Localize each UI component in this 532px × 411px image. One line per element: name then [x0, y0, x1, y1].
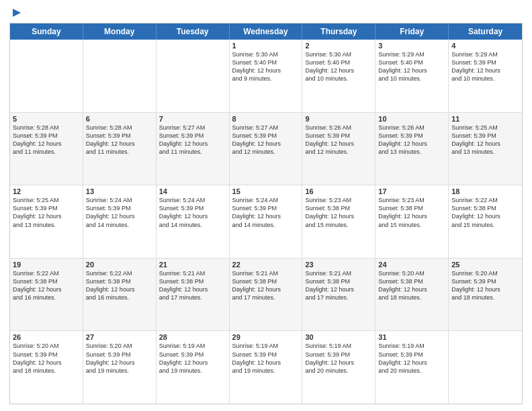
calendar-cell: 21Sunrise: 5:21 AM Sunset: 5:38 PM Dayli… — [157, 259, 230, 331]
header — [9, 7, 523, 19]
day-info: Sunrise: 5:28 AM Sunset: 5:39 PM Dayligh… — [86, 124, 153, 156]
header-day: Friday — [375, 24, 449, 40]
calendar-cell — [10, 40, 83, 112]
calendar-cell: 1Sunrise: 5:30 AM Sunset: 5:40 PM Daylig… — [230, 40, 303, 112]
calendar-cell: 6Sunrise: 5:28 AM Sunset: 5:39 PM Daylig… — [83, 113, 157, 185]
calendar-cell: 31Sunrise: 5:19 AM Sunset: 5:39 PM Dayli… — [375, 331, 449, 404]
calendar-cell: 18Sunrise: 5:22 AM Sunset: 5:38 PM Dayli… — [449, 185, 522, 258]
header-day: Thursday — [302, 24, 375, 40]
calendar-cell: 13Sunrise: 5:24 AM Sunset: 5:39 PM Dayli… — [83, 185, 157, 258]
calendar-cell: 25Sunrise: 5:20 AM Sunset: 5:39 PM Dayli… — [449, 259, 522, 331]
day-info: Sunrise: 5:30 AM Sunset: 5:40 PM Dayligh… — [232, 50, 300, 83]
day-number: 25 — [451, 261, 519, 269]
header-day: Tuesday — [157, 24, 230, 40]
day-info: Sunrise: 5:30 AM Sunset: 5:40 PM Dayligh… — [305, 50, 372, 83]
day-number: 29 — [232, 333, 300, 341]
day-info: Sunrise: 5:19 AM Sunset: 5:39 PM Dayligh… — [305, 342, 372, 375]
calendar-row: 5Sunrise: 5:28 AM Sunset: 5:39 PM Daylig… — [10, 112, 522, 185]
calendar-cell: 2Sunrise: 5:30 AM Sunset: 5:40 PM Daylig… — [302, 40, 375, 112]
header-day: Sunday — [10, 24, 83, 40]
calendar-cell: 19Sunrise: 5:22 AM Sunset: 5:38 PM Dayli… — [10, 259, 83, 331]
calendar-cell: 26Sunrise: 5:20 AM Sunset: 5:39 PM Dayli… — [10, 331, 83, 404]
day-info: Sunrise: 5:25 AM Sunset: 5:39 PM Dayligh… — [451, 124, 519, 156]
calendar-cell: 7Sunrise: 5:27 AM Sunset: 5:39 PM Daylig… — [157, 113, 230, 185]
day-info: Sunrise: 5:27 AM Sunset: 5:39 PM Dayligh… — [232, 124, 300, 156]
calendar-cell: 24Sunrise: 5:20 AM Sunset: 5:38 PM Dayli… — [375, 259, 449, 331]
day-number: 27 — [86, 333, 153, 341]
day-number: 11 — [451, 115, 519, 123]
calendar-cell: 20Sunrise: 5:22 AM Sunset: 5:38 PM Dayli… — [83, 259, 157, 331]
day-info: Sunrise: 5:21 AM Sunset: 5:38 PM Dayligh… — [305, 269, 372, 302]
day-info: Sunrise: 5:19 AM Sunset: 5:39 PM Dayligh… — [232, 342, 300, 375]
day-info: Sunrise: 5:19 AM Sunset: 5:39 PM Dayligh… — [159, 342, 226, 375]
calendar-cell: 28Sunrise: 5:19 AM Sunset: 5:39 PM Dayli… — [157, 331, 230, 404]
calendar-cell — [449, 331, 522, 404]
day-number: 19 — [13, 261, 80, 269]
logo — [9, 7, 23, 19]
day-number: 12 — [13, 187, 80, 195]
day-number: 17 — [378, 187, 445, 195]
day-info: Sunrise: 5:22 AM Sunset: 5:38 PM Dayligh… — [451, 196, 519, 229]
day-number: 4 — [451, 42, 519, 50]
calendar-cell: 8Sunrise: 5:27 AM Sunset: 5:39 PM Daylig… — [230, 113, 303, 185]
day-number: 8 — [232, 115, 300, 123]
day-info: Sunrise: 5:28 AM Sunset: 5:39 PM Dayligh… — [13, 124, 80, 156]
day-number: 9 — [305, 115, 372, 123]
calendar-cell — [157, 40, 230, 112]
calendar-cell: 16Sunrise: 5:23 AM Sunset: 5:38 PM Dayli… — [302, 185, 375, 258]
calendar-cell: 29Sunrise: 5:19 AM Sunset: 5:39 PM Dayli… — [230, 331, 303, 404]
day-info: Sunrise: 5:22 AM Sunset: 5:38 PM Dayligh… — [86, 269, 153, 302]
day-info: Sunrise: 5:24 AM Sunset: 5:39 PM Dayligh… — [159, 196, 226, 229]
day-info: Sunrise: 5:21 AM Sunset: 5:38 PM Dayligh… — [159, 269, 226, 302]
day-info: Sunrise: 5:25 AM Sunset: 5:39 PM Dayligh… — [13, 196, 80, 229]
calendar-header: SundayMondayTuesdayWednesdayThursdayFrid… — [10, 24, 522, 40]
calendar-cell: 11Sunrise: 5:25 AM Sunset: 5:39 PM Dayli… — [449, 113, 522, 185]
page: SundayMondayTuesdayWednesdayThursdayFrid… — [0, 0, 532, 411]
day-info: Sunrise: 5:23 AM Sunset: 5:38 PM Dayligh… — [378, 196, 445, 229]
day-number: 23 — [305, 261, 372, 269]
day-info: Sunrise: 5:20 AM Sunset: 5:38 PM Dayligh… — [378, 269, 445, 302]
day-number: 3 — [378, 42, 445, 50]
day-number: 13 — [86, 187, 153, 195]
day-info: Sunrise: 5:29 AM Sunset: 5:39 PM Dayligh… — [451, 50, 519, 83]
day-number: 2 — [305, 42, 372, 50]
day-info: Sunrise: 5:26 AM Sunset: 5:39 PM Dayligh… — [378, 124, 445, 156]
day-number: 18 — [451, 187, 519, 195]
day-info: Sunrise: 5:20 AM Sunset: 5:39 PM Dayligh… — [13, 342, 80, 375]
day-number: 20 — [86, 261, 153, 269]
day-info: Sunrise: 5:26 AM Sunset: 5:39 PM Dayligh… — [305, 124, 372, 156]
calendar-cell: 15Sunrise: 5:24 AM Sunset: 5:39 PM Dayli… — [230, 185, 303, 258]
calendar-cell: 27Sunrise: 5:20 AM Sunset: 5:39 PM Dayli… — [83, 331, 157, 404]
day-number: 5 — [13, 115, 80, 123]
calendar: SundayMondayTuesdayWednesdayThursdayFrid… — [9, 23, 523, 404]
day-number: 6 — [86, 115, 153, 123]
calendar-cell: 14Sunrise: 5:24 AM Sunset: 5:39 PM Dayli… — [157, 185, 230, 258]
day-number: 21 — [159, 261, 226, 269]
calendar-cell: 9Sunrise: 5:26 AM Sunset: 5:39 PM Daylig… — [302, 113, 375, 185]
calendar-cell: 3Sunrise: 5:29 AM Sunset: 5:40 PM Daylig… — [375, 40, 449, 112]
day-number: 31 — [378, 333, 445, 341]
svg-marker-0 — [13, 9, 21, 17]
day-info: Sunrise: 5:20 AM Sunset: 5:39 PM Dayligh… — [86, 342, 153, 375]
day-info: Sunrise: 5:20 AM Sunset: 5:39 PM Dayligh… — [451, 269, 519, 302]
calendar-cell: 4Sunrise: 5:29 AM Sunset: 5:39 PM Daylig… — [449, 40, 522, 112]
calendar-row: 1Sunrise: 5:30 AM Sunset: 5:40 PM Daylig… — [10, 40, 522, 112]
day-number: 7 — [159, 115, 226, 123]
calendar-cell: 23Sunrise: 5:21 AM Sunset: 5:38 PM Dayli… — [302, 259, 375, 331]
header-day: Monday — [83, 24, 157, 40]
day-number: 10 — [378, 115, 445, 123]
day-info: Sunrise: 5:24 AM Sunset: 5:39 PM Dayligh… — [86, 196, 153, 229]
calendar-row: 19Sunrise: 5:22 AM Sunset: 5:38 PM Dayli… — [10, 258, 522, 331]
calendar-cell: 12Sunrise: 5:25 AM Sunset: 5:39 PM Dayli… — [10, 185, 83, 258]
header-day: Saturday — [449, 24, 522, 40]
day-number: 22 — [232, 261, 300, 269]
day-info: Sunrise: 5:19 AM Sunset: 5:39 PM Dayligh… — [378, 342, 445, 375]
calendar-body: 1Sunrise: 5:30 AM Sunset: 5:40 PM Daylig… — [10, 40, 522, 404]
day-number: 30 — [305, 333, 372, 341]
calendar-row: 26Sunrise: 5:20 AM Sunset: 5:39 PM Dayli… — [10, 330, 522, 404]
day-number: 1 — [232, 42, 300, 50]
calendar-cell: 22Sunrise: 5:21 AM Sunset: 5:38 PM Dayli… — [230, 259, 303, 331]
calendar-row: 12Sunrise: 5:25 AM Sunset: 5:39 PM Dayli… — [10, 185, 522, 258]
calendar-cell — [83, 40, 157, 112]
day-info: Sunrise: 5:24 AM Sunset: 5:39 PM Dayligh… — [232, 196, 300, 229]
